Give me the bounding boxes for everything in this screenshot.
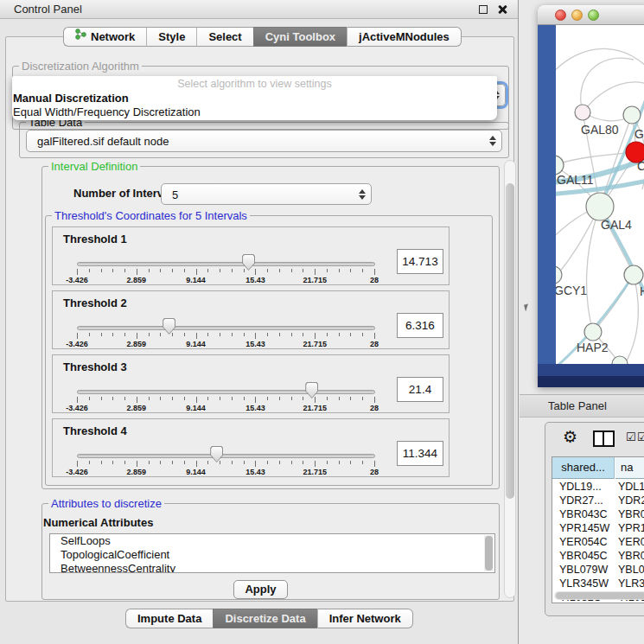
slider-tick	[339, 397, 340, 400]
slider-tick	[291, 269, 292, 272]
threshold-slider-thumb[interactable]	[163, 318, 175, 335]
slider-tick	[184, 397, 185, 400]
interval-definition-group-title: Interval Definition	[48, 160, 140, 173]
slider-tick	[303, 461, 303, 464]
threshold-slider-thumb[interactable]	[242, 254, 255, 271]
slider-tick	[244, 333, 245, 336]
threshold-value-field[interactable]: 14.713	[397, 249, 443, 274]
network-node-label: C	[637, 159, 644, 173]
settings-scrollbar-thumb[interactable]	[506, 183, 514, 499]
threshold-slider-thumb[interactable]	[305, 382, 318, 399]
table-row[interactable]: YDR27...YDR27	[552, 494, 644, 507]
table-row[interactable]: YPR145WYPR145W	[552, 521, 644, 535]
settings-scrollbar[interactable]	[504, 160, 516, 598]
network-node[interactable]	[584, 323, 602, 341]
slider-tick	[124, 397, 125, 400]
slider-tick	[327, 269, 328, 272]
gear-icon[interactable]: ⚙	[563, 428, 577, 447]
close-traffic-light-icon[interactable]	[555, 10, 566, 21]
tab-label: jActiveMNodules	[359, 28, 450, 47]
table-horizontal-scrollbar[interactable]	[554, 591, 644, 600]
tab-cyni-toolbox[interactable]: Cyni Toolbox	[253, 27, 347, 47]
table-row[interactable]: YER054CYER054C	[552, 535, 644, 549]
network-node[interactable]	[623, 106, 641, 124]
combo-arrows-icon	[358, 189, 366, 200]
slider-tick	[112, 397, 113, 400]
attribute-item-betweennesscentrality[interactable]: BetweennessCentrality	[50, 562, 494, 573]
numerical-attributes-list[interactable]: SelfLoopsTopologicalCoefficientBetweenne…	[49, 533, 495, 573]
attribute-item-topologicalcoefficient[interactable]: TopologicalCoefficient	[50, 548, 494, 562]
column-header-name[interactable]: na	[615, 457, 644, 479]
close-icon[interactable]	[497, 4, 507, 15]
minimize-traffic-light-icon[interactable]	[571, 10, 583, 21]
network-node[interactable]	[575, 105, 590, 120]
network-canvas[interactable]: GAL80GACGAL11GAL4GCY1HHAP2	[556, 25, 644, 364]
table-data-combobox[interactable]: galFiltered.sif default node	[26, 130, 502, 152]
tab-impute-data[interactable]: Impute Data	[125, 609, 213, 628]
table-panel-bar[interactable]: Table Panel	[520, 394, 644, 418]
tab-infer-network[interactable]: Infer Network	[317, 609, 413, 628]
tab-jactivemnodules[interactable]: jActiveMNodules	[347, 27, 462, 47]
table-columns-icon[interactable]	[593, 430, 615, 447]
float-window-icon[interactable]	[479, 5, 488, 14]
slider-tick	[267, 269, 268, 272]
table-row[interactable]: YLR345WYLR345W	[552, 577, 644, 590]
apply-button[interactable]: Apply	[233, 580, 288, 599]
threshold-slider-track[interactable]	[77, 262, 375, 266]
network-node-label: GAL4	[601, 218, 632, 232]
threshold-slider-track[interactable]	[77, 390, 375, 394]
slider-tick	[362, 333, 363, 336]
threshold-value-field[interactable]: 11.344	[397, 441, 443, 466]
cell-name: YDL19	[618, 480, 644, 494]
attributes-list-scrollbar[interactable]	[484, 535, 494, 571]
attribute-item-selfloops[interactable]: SelfLoops	[50, 534, 494, 548]
table-hscrollbar-thumb[interactable]	[556, 592, 644, 599]
network-node[interactable]	[556, 156, 564, 175]
table-row[interactable]: YBR043CYBR043C	[552, 507, 644, 521]
network-node[interactable]	[556, 266, 562, 284]
select-all-checkbox-icon2[interactable]: ☑	[637, 430, 644, 443]
tab-style[interactable]: Style	[146, 27, 196, 47]
threshold-value-field[interactable]: 6.316	[397, 313, 443, 338]
threshold-value-field[interactable]: 21.4	[397, 377, 443, 402]
slider-tick	[184, 333, 185, 336]
network-window-titlebar[interactable]	[538, 5, 644, 25]
control-panel-titlebar[interactable]: Control Panel	[0, 0, 518, 19]
algorithm-option-equal-width-frequency-discretization[interactable]: Equal Width/Frequency Discretization	[12, 105, 497, 119]
node-attribute-table[interactable]: shared... na YDL19...YDL19YDR27...YDR27Y…	[552, 456, 644, 603]
network-node[interactable]	[624, 265, 643, 284]
slider-tick	[232, 397, 233, 400]
number-of-intervals-combobox[interactable]: 5	[161, 183, 372, 205]
select-all-checkbox-icon[interactable]: ☑	[626, 430, 636, 443]
slider-tick-label: 28	[370, 468, 379, 476]
slider-tick	[232, 333, 233, 336]
tab-discretize-data[interactable]: Discretize Data	[213, 609, 316, 628]
slider-tick	[101, 397, 102, 400]
threshold-panel-1: Threshold 1-3.4262.8599.14415.4321.71528…	[52, 226, 450, 285]
slider-tick	[149, 461, 150, 464]
network-node[interactable]	[586, 193, 614, 220]
slider-tick-label: 21.715	[303, 340, 327, 348]
algorithm-option-manual-discretization[interactable]: Manual Discretization	[12, 92, 497, 105]
threshold-slider-thumb[interactable]	[210, 446, 223, 462]
threshold-label: Threshold 2	[63, 296, 127, 309]
table-row[interactable]: YBR045CYBR045C	[552, 549, 644, 563]
slider-tick	[196, 269, 197, 275]
slider-tick-label: 21.715	[303, 276, 327, 284]
cell-name: YLR345W	[618, 577, 644, 590]
slider-tick	[362, 461, 363, 464]
zoom-traffic-light-icon[interactable]	[588, 10, 599, 21]
table-row[interactable]: YBL079WYBL079W	[552, 563, 644, 577]
column-header-shared-name[interactable]: shared...	[552, 457, 615, 479]
slider-tick-label: 2.859	[127, 340, 147, 348]
slider-tick	[207, 461, 208, 464]
threshold-slider-track[interactable]	[77, 326, 375, 330]
threshold-slider-track[interactable]	[77, 454, 375, 458]
tab-label: Network	[91, 28, 135, 47]
slider-tick	[112, 333, 113, 336]
tab-network[interactable]: Network	[63, 27, 146, 47]
table-row[interactable]: YDL19...YDL19	[552, 480, 644, 494]
tab-select[interactable]: Select	[196, 27, 252, 47]
attributes-group-title: Attributes to discretize	[48, 497, 164, 510]
slider-tick	[172, 397, 173, 400]
